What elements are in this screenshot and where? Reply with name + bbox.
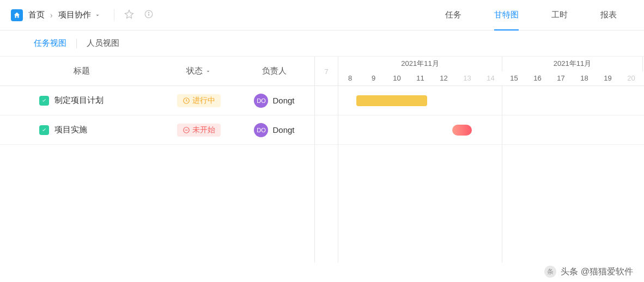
gantt-day: 12 (432, 71, 455, 86)
task-title: 项目实施 (54, 125, 87, 135)
table-row[interactable]: 制定项目计划 进行中 DO Dongt (0, 86, 314, 115)
gantt-day: 10 (385, 71, 409, 86)
gantt-chart: 7 2021年11月 8 9 10 11 12 13 14 2021年11月 1… (315, 57, 644, 262)
table-header: 标题 状态 负责人 (0, 57, 314, 86)
clock-icon (183, 97, 190, 105)
owner-name: Dongt (272, 96, 294, 105)
gantt-month-label: 2021年11月 (502, 57, 643, 71)
gantt-day: 16 (526, 71, 549, 86)
nav-tab-reports[interactable]: 报表 (584, 0, 633, 30)
col-header-status[interactable]: 状态 (163, 66, 234, 76)
breadcrumb: 首页 › 项目协作 (11, 9, 101, 21)
gantt-day: 8 (338, 71, 362, 86)
task-table: 标题 状态 负责人 制定项目计划 进行中 DO (0, 57, 315, 262)
breadcrumb-home[interactable]: 首页 (28, 10, 45, 20)
task-check-icon (39, 125, 49, 135)
avatar: DO (254, 123, 268, 137)
nav-tab-tasks[interactable]: 任务 (429, 0, 478, 30)
gantt-day: 9 (362, 71, 385, 86)
table-row[interactable]: 项目实施 未开始 DO Dongt (0, 115, 314, 145)
gantt-day: 17 (549, 71, 573, 86)
sub-tabs: 任务视图 人员视图 (0, 30, 644, 57)
gantt-header: 7 2021年11月 8 9 10 11 12 13 14 2021年11月 1… (315, 57, 644, 86)
gantt-day: 19 (596, 71, 619, 86)
sub-tab-task-view[interactable]: 任务视图 (24, 38, 76, 48)
chevron-down-icon (94, 12, 101, 19)
gantt-empty-area (315, 145, 644, 262)
home-icon[interactable] (11, 9, 23, 21)
nav-tabs: 任务 甘特图 工时 报表 (429, 0, 633, 30)
gantt-day: 7 (315, 57, 338, 86)
breadcrumb-project[interactable]: 项目协作 (58, 10, 101, 20)
nav-tab-hours[interactable]: 工时 (535, 0, 584, 30)
gantt-month-label: 2021年11月 (338, 57, 502, 71)
nav-tab-gantt[interactable]: 甘特图 (478, 0, 535, 30)
star-icon[interactable] (124, 9, 134, 21)
gantt-day: 14 (479, 71, 502, 86)
task-title: 制定项目计划 (54, 95, 104, 106)
chevron-down-icon (205, 68, 211, 75)
status-badge: 进行中 (177, 94, 221, 107)
status-badge: 未开始 (177, 124, 221, 137)
sub-tab-people-view[interactable]: 人员视图 (77, 38, 129, 48)
gantt-day: 11 (409, 71, 432, 86)
gantt-day: 18 (573, 71, 596, 86)
col-header-title: 标题 (0, 66, 163, 76)
svg-point-2 (148, 12, 149, 13)
avatar: DO (254, 94, 268, 108)
gantt-day: 15 (502, 71, 526, 86)
gantt-day: 13 (455, 71, 479, 86)
col-header-owner: 负责人 (234, 66, 314, 76)
gantt-day: 20 (619, 71, 643, 86)
stop-icon (183, 126, 190, 134)
owner-name: Dongt (272, 125, 294, 134)
info-icon[interactable] (144, 9, 154, 21)
task-check-icon (39, 96, 49, 106)
chevron-right-icon: › (50, 11, 53, 20)
